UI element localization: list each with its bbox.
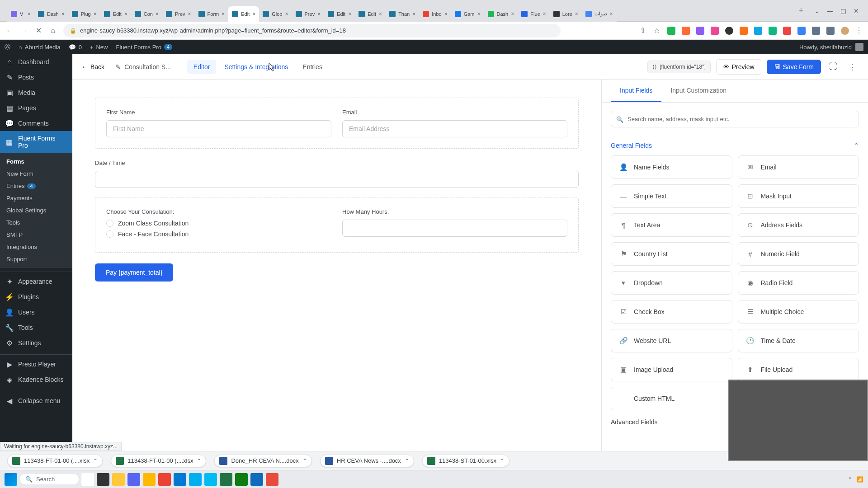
- task-icon[interactable]: [127, 473, 140, 486]
- expand-icon[interactable]: ⛶: [826, 59, 840, 74]
- wp-logo-icon[interactable]: ⓦ: [5, 43, 10, 51]
- browser-tab[interactable]: Than×: [386, 6, 419, 22]
- url-input[interactable]: 🔒 engine-saucy-b63380.instawp.xyz/wp-adm…: [63, 24, 561, 38]
- task-icon[interactable]: [97, 473, 109, 486]
- tab-close-icon[interactable]: ×: [61, 11, 65, 17]
- user-avatar[interactable]: [855, 43, 863, 51]
- forward-icon[interactable]: →: [20, 27, 28, 35]
- task-icon[interactable]: [112, 473, 125, 486]
- email-input[interactable]: [342, 120, 567, 137]
- field-type-card[interactable]: 👤Name Fields: [611, 155, 732, 179]
- browser-tab[interactable]: Plug×: [68, 6, 100, 22]
- collapse-menu[interactable]: ◀ Collapse menu: [0, 393, 72, 408]
- ext-icon[interactable]: [667, 27, 675, 35]
- form-canvas[interactable]: First Name Email Date / Time: [72, 80, 601, 488]
- site-link[interactable]: ⌂ Abuzid Media: [19, 44, 61, 51]
- sidebar-item[interactable]: ⚙Settings: [0, 335, 72, 351]
- reload-icon[interactable]: ✕: [34, 27, 42, 35]
- profile-avatar[interactable]: [841, 27, 849, 35]
- browser-tab[interactable]: Dash×: [484, 6, 518, 22]
- tab-close-icon[interactable]: ×: [188, 11, 191, 17]
- ext-icon[interactable]: [797, 27, 806, 35]
- start-button[interactable]: [5, 473, 17, 486]
- tab-close-icon[interactable]: ×: [477, 11, 481, 17]
- back-button[interactable]: ← Back: [81, 63, 104, 70]
- download-item[interactable]: 113438-ST-01-00.xlsx⌃: [422, 455, 509, 467]
- submenu-item[interactable]: Forms: [0, 155, 72, 168]
- share-icon[interactable]: ⇧: [638, 27, 646, 35]
- tab-close-icon[interactable]: ×: [156, 11, 159, 17]
- ext-icon[interactable]: [725, 27, 733, 35]
- field-type-card[interactable]: ☑Check Box: [611, 300, 732, 324]
- chevron-icon[interactable]: ⌃: [93, 458, 98, 464]
- tab-close-icon[interactable]: ×: [222, 11, 225, 17]
- download-item[interactable]: 113438-FT-01-00 (....xlsx⌃: [7, 455, 103, 467]
- form-title[interactable]: ✎ Consultation S...: [115, 63, 171, 70]
- chevron-down-icon[interactable]: ⌄: [814, 7, 820, 14]
- datetime-input[interactable]: [95, 171, 579, 188]
- browser-tab[interactable]: Prev×: [292, 6, 325, 22]
- tab-editor[interactable]: Editor: [187, 60, 217, 74]
- browser-tab[interactable]: Edit×: [324, 6, 355, 22]
- submit-button[interactable]: Pay {payment_total}: [95, 263, 173, 282]
- more-icon[interactable]: ⋮: [855, 26, 863, 35]
- tab-close-icon[interactable]: ×: [444, 11, 448, 17]
- panel-tab-input-fields[interactable]: Input Fields: [611, 80, 661, 102]
- chevron-icon[interactable]: ⌃: [197, 458, 201, 464]
- tab-close-icon[interactable]: ×: [412, 11, 415, 17]
- radio-zoom[interactable]: Zoom Class Consultation: [106, 220, 331, 227]
- save-button[interactable]: 🖫 Save Form: [767, 60, 821, 74]
- submenu-item[interactable]: SMTP: [0, 229, 72, 241]
- more-icon[interactable]: ⋮: [845, 59, 859, 75]
- radio-face[interactable]: Face - Face Consultation: [106, 230, 331, 238]
- submenu-item[interactable]: New Form: [0, 168, 72, 180]
- first-name-input[interactable]: [106, 120, 331, 137]
- chevron-icon[interactable]: ⌃: [500, 458, 505, 464]
- panel-tab-customization[interactable]: Input Customization: [661, 80, 736, 102]
- hours-input[interactable]: [342, 220, 567, 237]
- tab-close-icon[interactable]: ×: [575, 11, 578, 17]
- browser-tab[interactable]: Edit×: [355, 6, 386, 22]
- browser-tab[interactable]: صوات×: [582, 6, 617, 22]
- new-link[interactable]: + New: [90, 44, 108, 51]
- ext-icon[interactable]: [769, 27, 777, 35]
- field-type-card[interactable]: ⚑Country List: [611, 242, 732, 266]
- tab-close-icon[interactable]: ×: [317, 11, 321, 17]
- tab-close-icon[interactable]: ×: [252, 11, 255, 17]
- tab-entries[interactable]: Entries: [296, 60, 329, 74]
- download-item[interactable]: Done_HR CEVA N....docx⌃: [214, 455, 311, 467]
- field-type-card[interactable]: 🕐Time & Date: [738, 329, 859, 352]
- field-type-card[interactable]: #Numeric Field: [738, 242, 859, 266]
- ext-icon[interactable]: [740, 27, 748, 35]
- sidebar-item[interactable]: 💬Comments: [0, 116, 72, 131]
- field-type-card[interactable]: ▣Image Upload: [611, 358, 732, 381]
- browser-tab[interactable]: Dash×: [34, 6, 68, 22]
- browser-tab[interactable]: Con×: [131, 6, 162, 22]
- download-item[interactable]: 113438-FT-01-00 (....xlsx⌃: [111, 455, 206, 467]
- browser-tab[interactable]: Lore×: [550, 6, 582, 22]
- field-type-card[interactable]: 🔗Website URL: [611, 329, 732, 352]
- consultation-container[interactable]: Choose Your Consulation: Zoom Class Cons…: [95, 197, 579, 253]
- sidebar-item[interactable]: ⚡Plugins: [0, 289, 72, 305]
- star-icon[interactable]: ☆: [653, 27, 661, 35]
- back-icon[interactable]: ←: [5, 27, 14, 35]
- field-type-card[interactable]: ⬆File Upload: [738, 358, 859, 381]
- preview-button[interactable]: 👁 Preview: [716, 59, 761, 75]
- browser-tab[interactable]: Edit×: [100, 6, 131, 22]
- field-type-card[interactable]: Custom HTML: [611, 387, 732, 410]
- task-icon[interactable]: [81, 473, 94, 486]
- submenu-item[interactable]: Integrations: [0, 241, 72, 253]
- home-icon[interactable]: ⌂: [49, 27, 57, 35]
- tray-icon[interactable]: 📶: [857, 476, 863, 483]
- ext-icon[interactable]: [711, 27, 719, 35]
- browser-tab[interactable]: Edit×: [228, 6, 259, 22]
- tab-close-icon[interactable]: ×: [511, 11, 514, 17]
- field-type-card[interactable]: ◉Radio Field: [738, 271, 859, 295]
- general-fields-header[interactable]: General Fields ⌃: [611, 136, 859, 155]
- task-icon[interactable]: [220, 473, 232, 486]
- ext-puzzle-icon[interactable]: [812, 27, 820, 35]
- sidebar-item[interactable]: ▤Pages: [0, 100, 72, 116]
- ext-icon[interactable]: [754, 27, 762, 35]
- submenu-item[interactable]: Payments: [0, 192, 72, 204]
- sidebar-item[interactable]: ▣Media: [0, 85, 72, 100]
